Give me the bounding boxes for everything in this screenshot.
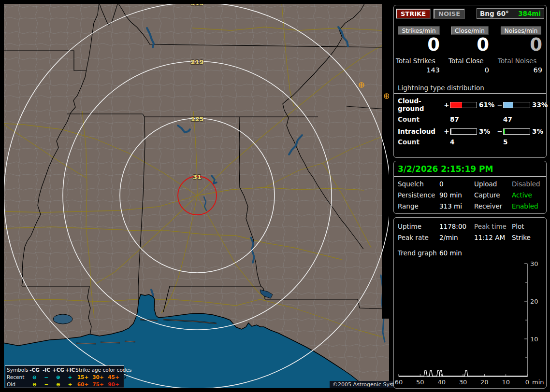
intracloud-row: Intracloud + 3% − 3%: [394, 127, 546, 135]
cg-plus-count: 87: [450, 115, 477, 123]
svg-text:50: 50: [416, 378, 424, 386]
cloud-ground-row: Cloud-ground + 61% − 33%: [394, 97, 546, 112]
age-30: 30+: [90, 374, 106, 381]
trend-graph-window: 60 min: [439, 249, 474, 257]
radar-map[interactable]: 31125219313: [4, 4, 389, 388]
noises-column: Noises/min 0 Total Noises 69: [498, 27, 544, 74]
strikes-per-min-button[interactable]: Strikes/min: [398, 27, 439, 35]
ic-plus-pct: 3%: [477, 127, 496, 135]
trend-graph-label: Trend graph: [398, 249, 439, 257]
svg-text:60: 60: [395, 378, 403, 386]
strike-marker-icon: [359, 83, 364, 87]
minus-cg-icon: ⊖: [28, 374, 41, 381]
cg-plus-bar: [450, 102, 477, 108]
svg-text:min: min: [532, 378, 544, 386]
total-noises-label: Total Noises: [498, 57, 544, 65]
total-close-label: Total Close: [449, 57, 491, 65]
intracloud-label: Intracloud: [398, 127, 443, 135]
app-window: 31125219313 Symbols -CG -IC +CG +IC Stri…: [0, 0, 550, 392]
svg-text:40: 40: [437, 378, 446, 386]
noise-mode-button[interactable]: NOISE: [434, 9, 465, 19]
ic-count-label: Count: [398, 138, 443, 146]
age-90: 90+: [106, 381, 121, 388]
cg-minus-bar: [503, 102, 530, 108]
intracloud-count-row: Count 4 5: [394, 138, 546, 146]
ring-label-219: 219: [190, 58, 203, 66]
cg-count-label: Count: [398, 115, 443, 123]
legend-col-pic: +IC: [65, 366, 75, 374]
svg-text:10: 10: [530, 336, 538, 343]
status-row-squelch: Squelch 0 Upload Disabled: [394, 180, 546, 188]
plus-cg-icon: ⊕: [52, 374, 65, 381]
svg-text:0: 0: [525, 378, 529, 386]
legend-col-pcg: +CG: [52, 366, 65, 374]
info-row-peak-rate: Peak rate 2/min 11:12 AM Strike: [394, 234, 546, 241]
plus-sign: +: [443, 127, 450, 135]
upload-status: Disabled: [512, 180, 546, 188]
ic-plus-bar: [450, 128, 477, 135]
minus-sign: −: [496, 101, 503, 109]
cg-minus-count: 47: [503, 115, 530, 123]
counters-panel: STRIKE NOISE Bng 60° 384mi Strikes/min 0…: [393, 5, 547, 158]
noises-rate-value: 0: [498, 35, 544, 55]
age-75: 75+: [90, 381, 106, 388]
distribution-title: Lightning type distribution: [394, 84, 546, 94]
plus-sign: +: [443, 101, 450, 109]
plus-cg-old-icon: ⊕: [52, 381, 65, 388]
legend-symbols-header: Symbols: [7, 366, 28, 374]
age-15: 15+: [75, 374, 90, 381]
info-row-uptime: Uptime 1178:00 Peak time Plot: [394, 223, 546, 230]
strike-trend-chart: 6050403020100min102030: [395, 257, 546, 388]
legend-row-old: Old: [7, 381, 28, 388]
receiver-status: Enabled: [512, 202, 546, 210]
strike-mode-button[interactable]: STRIKE: [396, 9, 431, 19]
minus-cg-old-icon: ⊖: [28, 381, 41, 388]
age-60: 60+: [75, 381, 90, 388]
ring-label-31: 31: [193, 173, 202, 181]
legend-age-title: Strike age color codes: [75, 366, 121, 374]
ic-plus-count: 4: [450, 138, 477, 146]
trend-graph-row: Trend graph 60 min: [394, 249, 546, 257]
cloud-ground-label: Cloud-ground: [398, 97, 443, 112]
strike-marker-icon: [384, 94, 389, 98]
cg-minus-pct: 33%: [530, 101, 548, 109]
cloud-ground-count-row: Count 87 47: [394, 115, 546, 123]
svg-text:20: 20: [480, 378, 489, 386]
minus-ic-icon: −: [41, 374, 52, 381]
lake-pontchartrain: [53, 314, 72, 324]
current-datetime: 3/2/2026 2:15:19 PM: [394, 161, 546, 177]
ic-minus-bar: [503, 128, 530, 135]
close-per-min-button[interactable]: Close/min: [451, 27, 489, 35]
noises-per-min-button[interactable]: Noises/min: [501, 27, 542, 35]
total-close-value: 0: [449, 66, 491, 74]
minus-sign: −: [496, 127, 503, 135]
ring-label-125: 125: [190, 115, 203, 123]
svg-text:30: 30: [530, 260, 538, 267]
age-45: 45+: [106, 374, 121, 381]
bearing-label: Bng 60°: [480, 10, 509, 17]
status-panel: 3/2/2026 2:15:19 PM Squelch 0 Upload Dis…: [393, 161, 547, 214]
legend-col-ncg: -CG: [28, 366, 41, 374]
total-strikes-label: Total Strikes: [396, 57, 442, 65]
minus-ic-old-icon: −: [41, 381, 52, 388]
close-column: Close/min 0 Total Close 0: [449, 27, 491, 74]
strikes-column: Strikes/min 0 Total Strikes 143: [396, 27, 442, 74]
ring-label-313: 313: [190, 4, 203, 7]
cg-plus-pct: 61%: [477, 101, 496, 109]
ic-minus-count: 5: [503, 138, 530, 146]
map-legend: Symbols -CG -IC +CG +IC Strike age color…: [5, 365, 124, 388]
capture-status: Active: [512, 191, 546, 199]
svg-text:30: 30: [459, 378, 467, 386]
trend-panel: Uptime 1178:00 Peak time Plot Peak rate …: [393, 217, 547, 389]
legend-col-nic: -IC: [41, 366, 52, 374]
bearing-range-value: 384mi: [518, 10, 541, 17]
total-strikes-value: 143: [396, 66, 442, 74]
ic-minus-pct: 3%: [530, 127, 548, 135]
map-edge-strip: [382, 4, 389, 319]
bearing-readout: Bng 60° 384mi: [477, 8, 544, 19]
strikes-rate-value: 0: [396, 35, 442, 55]
legend-row-recent: Recent: [7, 374, 28, 381]
status-row-persistence: Persistence 90 min Capture Active: [394, 191, 546, 199]
plus-ic-old-icon: +: [65, 381, 75, 388]
close-rate-value: 0: [449, 35, 491, 55]
